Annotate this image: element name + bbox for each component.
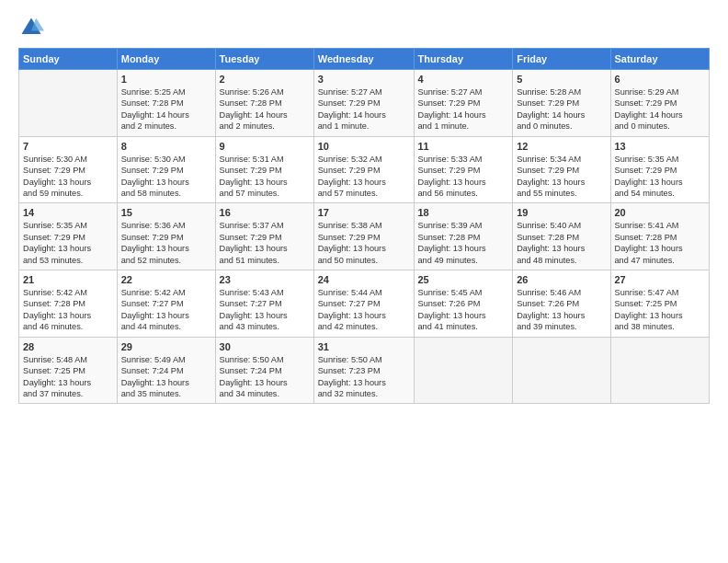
calendar-cell: 14Sunrise: 5:35 AMSunset: 7:29 PMDayligh…	[19, 203, 118, 270]
weekday-header-monday: Monday	[117, 49, 215, 70]
calendar-cell	[414, 337, 513, 404]
day-info: Sunrise: 5:42 AMSunset: 7:28 PMDaylight:…	[23, 287, 113, 333]
day-number: 19	[517, 207, 606, 218]
day-info: Sunrise: 5:32 AMSunset: 7:29 PMDaylight:…	[318, 154, 410, 200]
calendar-cell: 19Sunrise: 5:40 AMSunset: 7:28 PMDayligh…	[513, 203, 610, 270]
calendar-cell: 8Sunrise: 5:30 AMSunset: 7:29 PMDaylight…	[117, 136, 215, 203]
calendar-cell: 26Sunrise: 5:46 AMSunset: 7:26 PMDayligh…	[513, 270, 610, 338]
calendar-cell: 7Sunrise: 5:30 AMSunset: 7:29 PMDaylight…	[19, 136, 118, 203]
calendar-cell: 3Sunrise: 5:27 AMSunset: 7:29 PMDaylight…	[313, 70, 414, 137]
calendar-cell: 16Sunrise: 5:37 AMSunset: 7:29 PMDayligh…	[215, 203, 313, 270]
calendar-cell: 20Sunrise: 5:41 AMSunset: 7:28 PMDayligh…	[610, 203, 710, 270]
calendar-week-row: 28Sunrise: 5:48 AMSunset: 7:25 PMDayligh…	[19, 337, 710, 404]
day-number: 7	[23, 141, 113, 152]
day-info: Sunrise: 5:41 AMSunset: 7:28 PMDaylight:…	[615, 220, 706, 266]
day-number: 30	[220, 341, 310, 352]
weekday-header-friday: Friday	[513, 49, 610, 70]
day-info: Sunrise: 5:50 AMSunset: 7:24 PMDaylight:…	[220, 354, 310, 400]
day-number: 21	[23, 274, 113, 285]
day-number: 27	[615, 274, 706, 285]
weekday-header-wednesday: Wednesday	[313, 49, 414, 70]
day-info: Sunrise: 5:29 AMSunset: 7:29 PMDaylight:…	[615, 86, 706, 132]
day-number: 28	[23, 341, 113, 352]
day-number: 18	[418, 207, 509, 218]
day-info: Sunrise: 5:48 AMSunset: 7:25 PMDaylight:…	[23, 354, 113, 400]
day-number: 1	[121, 74, 211, 85]
day-info: Sunrise: 5:25 AMSunset: 7:28 PMDaylight:…	[121, 86, 211, 132]
day-number: 17	[318, 207, 410, 218]
day-number: 29	[121, 341, 211, 352]
day-number: 13	[615, 141, 706, 152]
calendar-cell: 27Sunrise: 5:47 AMSunset: 7:25 PMDayligh…	[610, 270, 710, 338]
day-number: 26	[517, 274, 606, 285]
calendar-cell: 4Sunrise: 5:27 AMSunset: 7:29 PMDaylight…	[414, 70, 513, 137]
calendar-week-row: 1Sunrise: 5:25 AMSunset: 7:28 PMDaylight…	[19, 70, 710, 137]
calendar-cell: 5Sunrise: 5:28 AMSunset: 7:29 PMDaylight…	[513, 70, 610, 137]
day-number: 10	[318, 141, 410, 152]
day-number: 15	[121, 207, 211, 218]
weekday-header-sunday: Sunday	[19, 49, 118, 70]
calendar-cell: 22Sunrise: 5:42 AMSunset: 7:27 PMDayligh…	[117, 270, 215, 338]
calendar-week-row: 7Sunrise: 5:30 AMSunset: 7:29 PMDaylight…	[19, 136, 710, 203]
day-number: 9	[220, 141, 310, 152]
calendar-cell: 18Sunrise: 5:39 AMSunset: 7:28 PMDayligh…	[414, 203, 513, 270]
calendar-cell: 13Sunrise: 5:35 AMSunset: 7:29 PMDayligh…	[610, 136, 710, 203]
calendar-week-row: 21Sunrise: 5:42 AMSunset: 7:28 PMDayligh…	[19, 270, 710, 338]
day-info: Sunrise: 5:40 AMSunset: 7:28 PMDaylight:…	[517, 220, 606, 266]
day-number: 12	[517, 141, 606, 152]
day-number: 31	[318, 341, 410, 352]
day-number: 20	[615, 207, 706, 218]
day-info: Sunrise: 5:43 AMSunset: 7:27 PMDaylight:…	[220, 287, 310, 333]
logo-icon	[18, 15, 44, 40]
calendar-cell: 11Sunrise: 5:33 AMSunset: 7:29 PMDayligh…	[414, 136, 513, 203]
weekday-header-saturday: Saturday	[610, 49, 710, 70]
day-info: Sunrise: 5:37 AMSunset: 7:29 PMDaylight:…	[220, 220, 310, 266]
day-number: 8	[121, 141, 211, 152]
day-number: 24	[318, 274, 410, 285]
weekday-row: SundayMondayTuesdayWednesdayThursdayFrid…	[19, 49, 710, 70]
page: SundayMondayTuesdayWednesdayThursdayFrid…	[0, 0, 728, 563]
calendar-cell: 29Sunrise: 5:49 AMSunset: 7:24 PMDayligh…	[117, 337, 215, 404]
day-number: 16	[220, 207, 310, 218]
calendar-cell: 9Sunrise: 5:31 AMSunset: 7:29 PMDaylight…	[215, 136, 313, 203]
calendar-cell	[19, 70, 118, 137]
calendar-cell: 23Sunrise: 5:43 AMSunset: 7:27 PMDayligh…	[215, 270, 313, 338]
header	[18, 15, 710, 40]
day-info: Sunrise: 5:28 AMSunset: 7:29 PMDaylight:…	[517, 86, 606, 132]
calendar-body: 1Sunrise: 5:25 AMSunset: 7:28 PMDaylight…	[19, 70, 710, 404]
day-info: Sunrise: 5:33 AMSunset: 7:29 PMDaylight:…	[418, 154, 509, 200]
weekday-header-thursday: Thursday	[414, 49, 513, 70]
day-info: Sunrise: 5:46 AMSunset: 7:26 PMDaylight:…	[517, 287, 606, 333]
day-info: Sunrise: 5:36 AMSunset: 7:29 PMDaylight:…	[121, 220, 211, 266]
calendar-cell: 15Sunrise: 5:36 AMSunset: 7:29 PMDayligh…	[117, 203, 215, 270]
calendar-week-row: 14Sunrise: 5:35 AMSunset: 7:29 PMDayligh…	[19, 203, 710, 270]
calendar-cell: 25Sunrise: 5:45 AMSunset: 7:26 PMDayligh…	[414, 270, 513, 338]
calendar-cell: 24Sunrise: 5:44 AMSunset: 7:27 PMDayligh…	[313, 270, 414, 338]
day-info: Sunrise: 5:42 AMSunset: 7:27 PMDaylight:…	[121, 287, 211, 333]
calendar-header: SundayMondayTuesdayWednesdayThursdayFrid…	[19, 49, 710, 70]
calendar-cell: 30Sunrise: 5:50 AMSunset: 7:24 PMDayligh…	[215, 337, 313, 404]
day-info: Sunrise: 5:31 AMSunset: 7:29 PMDaylight:…	[220, 154, 310, 200]
day-info: Sunrise: 5:34 AMSunset: 7:29 PMDaylight:…	[517, 154, 606, 200]
day-number: 3	[318, 74, 410, 85]
day-info: Sunrise: 5:50 AMSunset: 7:23 PMDaylight:…	[318, 354, 410, 400]
day-info: Sunrise: 5:44 AMSunset: 7:27 PMDaylight:…	[318, 287, 410, 333]
day-number: 25	[418, 274, 509, 285]
calendar-cell: 2Sunrise: 5:26 AMSunset: 7:28 PMDaylight…	[215, 70, 313, 137]
day-info: Sunrise: 5:39 AMSunset: 7:28 PMDaylight:…	[418, 220, 509, 266]
calendar-cell	[610, 337, 710, 404]
day-info: Sunrise: 5:35 AMSunset: 7:29 PMDaylight:…	[23, 220, 113, 266]
logo	[18, 15, 48, 40]
day-info: Sunrise: 5:26 AMSunset: 7:28 PMDaylight:…	[220, 86, 310, 132]
day-info: Sunrise: 5:49 AMSunset: 7:24 PMDaylight:…	[121, 354, 211, 400]
day-number: 2	[220, 74, 310, 85]
calendar-cell: 12Sunrise: 5:34 AMSunset: 7:29 PMDayligh…	[513, 136, 610, 203]
calendar-cell: 28Sunrise: 5:48 AMSunset: 7:25 PMDayligh…	[19, 337, 118, 404]
calendar-cell: 17Sunrise: 5:38 AMSunset: 7:29 PMDayligh…	[313, 203, 414, 270]
day-info: Sunrise: 5:47 AMSunset: 7:25 PMDaylight:…	[615, 287, 706, 333]
weekday-header-tuesday: Tuesday	[215, 49, 313, 70]
calendar-cell: 31Sunrise: 5:50 AMSunset: 7:23 PMDayligh…	[313, 337, 414, 404]
day-info: Sunrise: 5:35 AMSunset: 7:29 PMDaylight:…	[615, 154, 706, 200]
day-info: Sunrise: 5:27 AMSunset: 7:29 PMDaylight:…	[418, 86, 509, 132]
day-number: 4	[418, 74, 509, 85]
